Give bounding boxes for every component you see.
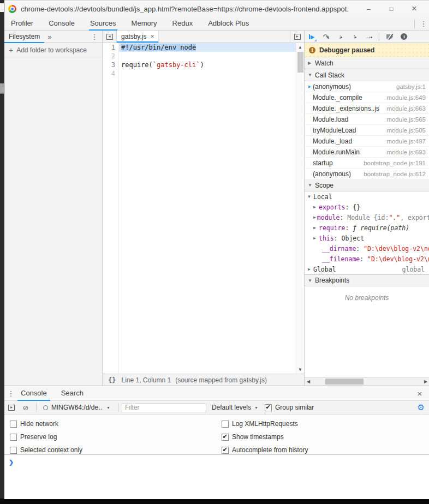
chevron-right-icon: ▶ (313, 215, 316, 220)
navigator-menu-icon[interactable]: ⋮ (89, 33, 100, 41)
log-xmlhttprequests-checkbox[interactable] (222, 421, 229, 428)
chevron-right-icon: ▶ (313, 236, 318, 241)
scope-section-header[interactable]: ▼ Scope (305, 179, 429, 191)
stack-frame[interactable]: (anonymous)bootstrap_node.js:612 (305, 169, 429, 179)
stack-frame[interactable]: Module._extensions..jsmodule.js:663 (305, 103, 429, 114)
show-console-sidebar-button[interactable]: ▸ (4, 405, 19, 411)
code-area[interactable]: 1 2 3 4 #!/usr/bin/env node require(`gat… (103, 43, 304, 374)
toggle-navigator-button[interactable]: ◂ (103, 31, 117, 43)
console-prompt[interactable]: ❯ (4, 455, 429, 466)
scope-prop-dirname[interactable]: __dirname: "D:\dev\blog-v2\node_mo (305, 243, 429, 254)
hide-navigator-icon: ◂ (106, 34, 113, 40)
maximize-button[interactable]: □ (380, 1, 403, 17)
scroll-up-icon[interactable]: ▲ (296, 45, 304, 50)
drawer-tab-search[interactable]: Search (58, 386, 87, 401)
more-tabs-icon[interactable]: » (44, 33, 55, 41)
add-folder-button[interactable]: + Add folder to workspace (4, 43, 102, 57)
debugger-panel: ▶ ↷ ↓ ↑ → i Debugger paused ▶ Watch (304, 31, 429, 386)
setting-autocomplete-from-history[interactable]: Autocomplete from history (222, 443, 308, 457)
drawer-tab-console[interactable]: Console (17, 386, 50, 401)
tab-filesystem[interactable]: Filesystem (4, 31, 44, 43)
cursor-position: Line 1, Column 1 (121, 376, 171, 384)
drawer-menu-icon[interactable]: ⋮ (4, 389, 17, 398)
chevron-down-icon: ▼ (308, 278, 312, 283)
pause-on-exceptions-button[interactable] (397, 31, 411, 43)
deactivate-breakpoints-button[interactable] (383, 31, 397, 43)
tab-profiler[interactable]: Profiler (10, 17, 34, 31)
code-line-1: #!/usr/bin/env node (119, 43, 296, 52)
close-tab-icon[interactable]: × (150, 33, 154, 40)
line-number: 2 (103, 52, 118, 61)
stack-frame[interactable]: ➤ (anonymous) gatsby.js:1 (305, 81, 429, 92)
step-out-button[interactable]: ↑ (347, 31, 361, 43)
setting-show-timestamps[interactable]: Show timestamps (222, 430, 308, 443)
close-button[interactable]: × (403, 1, 426, 17)
stack-frame[interactable]: Module._loadmodule.js:497 (305, 136, 429, 147)
breakpoints-section-header[interactable]: ▼ Breakpoints (305, 274, 429, 286)
pretty-print-icon[interactable]: {} (108, 376, 116, 384)
scope-global[interactable]: ▶ Global global (305, 264, 429, 274)
line-number: 4 (103, 69, 118, 78)
preserve-log-checkbox[interactable] (10, 434, 17, 441)
chevron-right-icon: ▶ (308, 61, 312, 65)
group-similar-checkbox[interactable] (265, 404, 272, 411)
dropdown-arrow-icon[interactable]: ▼ (106, 406, 110, 410)
scrollbar-thumb[interactable] (297, 52, 303, 73)
call-stack-section-header[interactable]: ▼ Call Stack (305, 69, 429, 81)
scope-tree: ▼ Local ▶ exports: {} ▶ module: Module {… (305, 191, 429, 274)
add-folder-label: Add folder to workspace (16, 46, 87, 54)
tab-console[interactable]: Console (47, 17, 76, 31)
scope-prop-filename[interactable]: __filename: "D:\dev\blog-v2\node_m (305, 254, 429, 264)
scope-prop-require[interactable]: ▶ require: ƒ require(path) (305, 223, 429, 233)
devtools-menu-icon[interactable]: ⋮ (418, 20, 429, 28)
context-selector[interactable]: MINGW64:/d/de… (51, 404, 103, 411)
close-drawer-icon[interactable]: × (415, 389, 425, 398)
setting-log-xmlhttprequests[interactable]: Log XMLHttpRequests (222, 417, 308, 430)
step-into-button[interactable]: ↓ (333, 31, 347, 43)
stack-frame[interactable]: Module._compilemodule.js:649 (305, 92, 429, 103)
scope-local[interactable]: ▼ Local (305, 191, 429, 202)
tab-sources[interactable]: Sources (89, 17, 117, 31)
selected-context-only-checkbox[interactable] (10, 447, 17, 454)
hide-network-checkbox[interactable] (10, 421, 17, 428)
scope-prop-exports[interactable]: ▶ exports: {} (305, 202, 429, 212)
editor-status-bar: {} Line 1, Column 1 (source mapped from … (103, 374, 304, 386)
filter-input[interactable] (122, 403, 206, 412)
stack-frame[interactable]: Module.runMainmodule.js:693 (305, 147, 429, 158)
show-timestamps-checkbox[interactable] (222, 434, 229, 441)
dropdown-arrow-icon[interactable]: ▼ (254, 406, 258, 410)
autocomplete-from-history-checkbox[interactable] (222, 447, 229, 454)
tab-adblock-plus[interactable]: Adblock Plus (207, 17, 250, 31)
stack-frame[interactable]: tryModuleLoadmodule.js:505 (305, 125, 429, 136)
stack-frame[interactable]: Module.loadmodule.js:565 (305, 114, 429, 125)
info-icon: i (309, 47, 315, 53)
scope-prop-this[interactable]: ▶ this: Object (305, 233, 429, 243)
devtools-tab-bar: Profiler Console Sources Memory Redux Ad… (4, 17, 429, 31)
setting-selected-context-only[interactable]: Selected context only (10, 443, 82, 457)
scroll-right-icon[interactable]: ▶ (422, 377, 429, 386)
scope-prop-module[interactable]: ▶ module: Module {id: ".", exports: (305, 212, 429, 223)
debugger-horizontal-scrollbar[interactable]: ◀ ▶ (305, 377, 429, 386)
tab-redux[interactable]: Redux (171, 17, 194, 31)
minimize-button[interactable]: – (357, 1, 380, 17)
stack-frame[interactable]: startupbootstrap_node.js:191 (305, 158, 429, 169)
resume-button[interactable]: ▶ (305, 31, 319, 43)
watch-section-header[interactable]: ▶ Watch (305, 57, 429, 69)
divider (36, 403, 37, 412)
scroll-down-icon[interactable]: ▼ (296, 367, 304, 372)
scroll-left-icon[interactable]: ◀ (305, 377, 312, 386)
sourcemap-note: (source mapped from gatsby.js) (175, 376, 267, 384)
setting-hide-network[interactable]: Hide network (10, 417, 82, 430)
toggle-debugger-button[interactable]: ▸ (290, 31, 304, 43)
chevron-down-icon: ▼ (308, 73, 312, 77)
editor-tab-gatsbyjs[interactable]: gatsby.js × (117, 31, 159, 43)
tab-memory[interactable]: Memory (130, 17, 158, 31)
console-settings-gear-icon[interactable]: ⚙ (418, 403, 425, 412)
step-over-button[interactable]: ↷ (319, 31, 333, 43)
editor-vertical-scrollbar[interactable]: ▲ ▼ (296, 43, 304, 374)
clear-console-button[interactable]: ⊘ (19, 404, 33, 412)
scrollbar-thumb[interactable] (325, 379, 364, 385)
log-levels-selector[interactable]: Default levels (212, 404, 251, 411)
setting-preserve-log[interactable]: Preserve log (10, 430, 82, 443)
step-button[interactable]: → (361, 31, 376, 43)
